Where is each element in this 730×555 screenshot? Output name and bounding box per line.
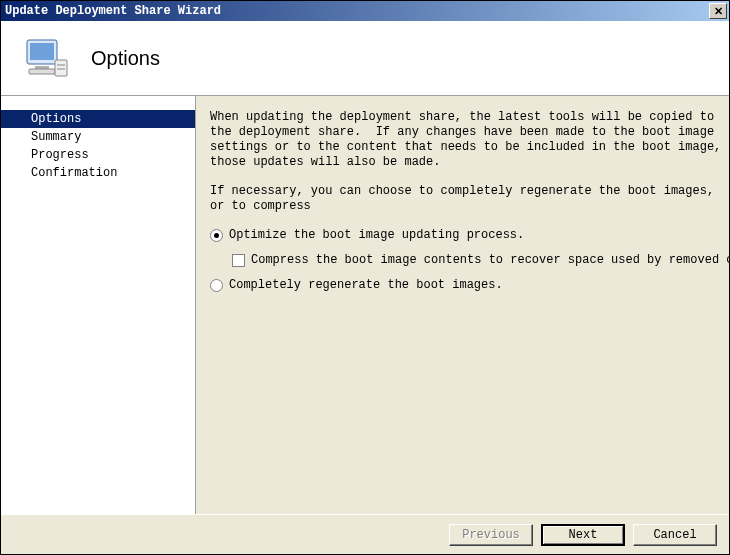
- step-options[interactable]: Options: [1, 110, 195, 128]
- option-compress-row[interactable]: Compress the boot image contents to reco…: [232, 253, 729, 268]
- window-title: Update Deployment Share Wizard: [5, 4, 709, 18]
- intro-text-2: If necessary, you can choose to complete…: [210, 184, 729, 214]
- step-progress[interactable]: Progress: [1, 146, 195, 164]
- step-confirmation[interactable]: Confirmation: [1, 164, 195, 182]
- radio-regenerate[interactable]: [210, 279, 223, 292]
- computer-icon: [21, 34, 69, 82]
- intro-text-1: When updating the deployment share, the …: [210, 110, 729, 170]
- svg-rect-3: [29, 69, 55, 74]
- step-summary[interactable]: Summary: [1, 128, 195, 146]
- titlebar: Update Deployment Share Wizard ✕: [1, 1, 729, 21]
- option-regenerate-row[interactable]: Completely regenerate the boot images.: [210, 278, 729, 293]
- radio-optimize[interactable]: [210, 229, 223, 242]
- cancel-button[interactable]: Cancel: [633, 524, 717, 546]
- previous-button: Previous: [449, 524, 533, 546]
- page-title: Options: [91, 47, 160, 70]
- checkbox-compress[interactable]: [232, 254, 245, 267]
- svg-rect-1: [30, 43, 54, 60]
- option-optimize-row[interactable]: Optimize the boot image updating process…: [210, 228, 729, 243]
- radio-regenerate-label: Completely regenerate the boot images.: [229, 278, 503, 293]
- wizard-content: When updating the deployment share, the …: [196, 96, 729, 514]
- wizard-steps-sidebar: Options Summary Progress Confirmation: [1, 96, 196, 514]
- svg-rect-5: [57, 64, 65, 66]
- wizard-footer: Previous Next Cancel: [1, 514, 729, 554]
- close-button[interactable]: ✕: [709, 3, 727, 19]
- checkbox-compress-label: Compress the boot image contents to reco…: [251, 253, 729, 268]
- wizard-header: Options: [1, 21, 729, 96]
- next-button[interactable]: Next: [541, 524, 625, 546]
- svg-rect-6: [57, 68, 65, 70]
- radio-optimize-label: Optimize the boot image updating process…: [229, 228, 524, 243]
